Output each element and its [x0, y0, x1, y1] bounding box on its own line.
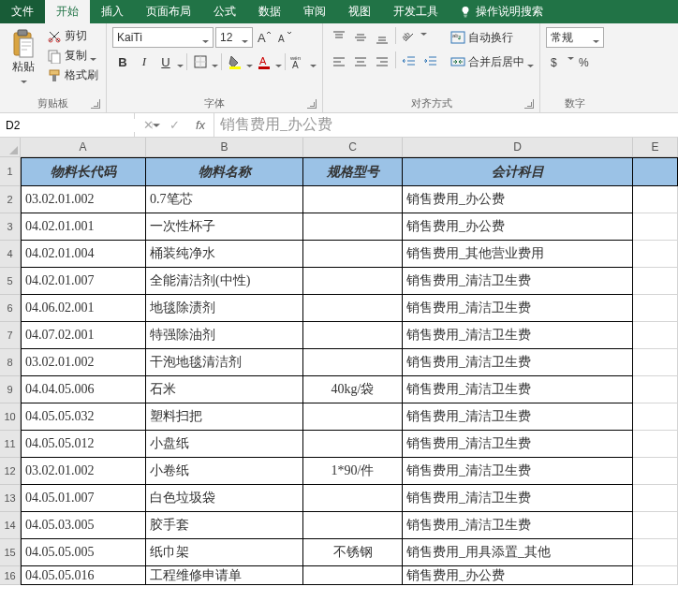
font-color-button[interactable]: A	[254, 51, 274, 72]
row-header-2[interactable]: 2	[0, 186, 21, 213]
row-header-7[interactable]: 7	[0, 322, 21, 349]
row-header-11[interactable]: 11	[0, 431, 21, 458]
decrease-indent-button[interactable]	[399, 51, 420, 72]
cell[interactable]: 全能清洁剂(中性)	[146, 268, 303, 295]
borders-button[interactable]	[190, 51, 211, 72]
cut-button[interactable]: 剪切	[45, 27, 100, 45]
font-dialog-launcher[interactable]	[307, 99, 317, 109]
header-cell[interactable]: 物料名称	[146, 157, 303, 186]
cell[interactable]: 纸巾架	[146, 539, 303, 566]
row-header-10[interactable]: 10	[0, 403, 21, 431]
tab-home[interactable]: 开始	[45, 0, 90, 23]
header-cell[interactable]: 会计科目	[403, 157, 633, 186]
row-header-15[interactable]: 15	[0, 539, 21, 566]
cell[interactable]	[303, 349, 403, 376]
row-header-6[interactable]: 6	[0, 295, 21, 322]
cell[interactable]	[303, 322, 403, 349]
font-color-dropdown[interactable]	[275, 59, 282, 66]
cell[interactable]: 小卷纸	[146, 458, 303, 485]
cell[interactable]: 04.05.05.005	[21, 539, 146, 566]
align-bottom-button[interactable]	[372, 27, 392, 48]
cell[interactable]	[303, 268, 403, 295]
cell[interactable]: 销售费用_清洁卫生费	[403, 431, 633, 458]
cell[interactable]: 1*90/件	[303, 458, 403, 485]
cell[interactable]	[633, 295, 678, 322]
cell[interactable]	[633, 322, 678, 349]
copy-button[interactable]: 复制	[45, 47, 100, 65]
tab-insert[interactable]: 插入	[90, 0, 135, 23]
orientation-button[interactable]: ab	[399, 27, 420, 48]
align-middle-button[interactable]	[350, 27, 371, 48]
borders-dropdown[interactable]	[212, 59, 218, 66]
cell[interactable]: 销售费用_清洁卫生费	[403, 268, 633, 295]
underline-dropdown[interactable]	[177, 59, 184, 66]
cell[interactable]	[303, 512, 403, 539]
cell[interactable]	[633, 539, 678, 566]
cell[interactable]: 干泡地毯清洁剂	[146, 349, 303, 376]
tab-view[interactable]: 视图	[337, 0, 382, 23]
cell[interactable]	[633, 268, 678, 295]
increase-font-button[interactable]: A	[255, 27, 273, 48]
cell[interactable]	[633, 241, 678, 268]
formula-input[interactable]	[214, 113, 678, 137]
cell[interactable]: 销售费用_清洁卫生费	[403, 512, 633, 539]
row-header-16[interactable]: 16	[0, 566, 21, 585]
cell[interactable]: 销售费用_清洁卫生费	[403, 458, 633, 485]
cell[interactable]: 特强除油剂	[146, 322, 303, 349]
cell[interactable]: 销售费用_办公费	[403, 213, 633, 241]
row-header-3[interactable]: 3	[0, 213, 21, 241]
row-header-5[interactable]: 5	[0, 268, 21, 295]
alignment-dialog-launcher[interactable]	[524, 99, 534, 109]
row-header-1[interactable]: 1	[0, 157, 21, 186]
cell[interactable]: 销售费用_用具添置_其他	[403, 539, 633, 566]
cell[interactable]: 0.7笔芯	[146, 186, 303, 213]
cell[interactable]: 销售费用_办公费	[403, 566, 633, 585]
cell[interactable]: 04.02.01.001	[21, 213, 146, 241]
paste-button[interactable]: 粘贴	[6, 27, 41, 95]
cell[interactable]	[633, 485, 678, 512]
align-left-button[interactable]	[329, 51, 349, 72]
cell[interactable]: 04.05.05.016	[21, 566, 146, 585]
font-name-combo[interactable]: KaiTi	[112, 27, 214, 48]
orientation-dropdown[interactable]	[420, 27, 427, 34]
cell[interactable]	[303, 566, 403, 585]
tab-data[interactable]: 数据	[247, 0, 292, 23]
bold-button[interactable]: B	[112, 51, 133, 72]
header-cell[interactable]: 物料长代码	[21, 157, 146, 186]
cell[interactable]: 04.02.01.007	[21, 268, 146, 295]
cell[interactable]: 04.05.03.005	[21, 512, 146, 539]
wrap-text-button[interactable]: ab 自动换行	[450, 27, 534, 48]
cell[interactable]: 03.02.01.002	[21, 458, 146, 485]
cell[interactable]: 04.02.01.004	[21, 241, 146, 268]
cell[interactable]	[303, 485, 403, 512]
fill-color-dropdown[interactable]	[246, 59, 253, 66]
cell[interactable]: 04.05.05.032	[21, 403, 146, 431]
tab-page-layout[interactable]: 页面布局	[135, 0, 202, 23]
column-header-D[interactable]: D	[403, 138, 633, 157]
cell[interactable]: 桶装纯净水	[146, 241, 303, 268]
cell[interactable]: 04.07.02.001	[21, 322, 146, 349]
accounting-dropdown[interactable]	[567, 51, 574, 58]
cell[interactable]: 小盘纸	[146, 431, 303, 458]
cell[interactable]	[633, 512, 678, 539]
align-center-button[interactable]	[350, 51, 371, 72]
cell[interactable]	[633, 213, 678, 241]
fill-color-button[interactable]	[225, 51, 245, 72]
tab-file[interactable]: 文件	[0, 0, 45, 23]
name-box-input[interactable]	[0, 119, 152, 132]
cell[interactable]	[633, 431, 678, 458]
cell[interactable]: 销售费用_清洁卫生费	[403, 295, 633, 322]
cell[interactable]	[633, 566, 678, 585]
tab-review[interactable]: 审阅	[292, 0, 337, 23]
enter-formula-button[interactable]: ✓	[161, 118, 187, 132]
cell[interactable]: 一次性杯子	[146, 213, 303, 241]
column-header-B[interactable]: B	[146, 138, 303, 157]
percent-button[interactable]: %	[575, 51, 596, 72]
cell[interactable]: 工程维修申请单	[146, 566, 303, 585]
cancel-formula-button[interactable]: ✕	[135, 118, 161, 132]
cell[interactable]: 白色垃圾袋	[146, 485, 303, 512]
cell[interactable]: 04.04.05.006	[21, 376, 146, 403]
underline-button[interactable]: U	[155, 51, 176, 72]
cell[interactable]: 销售费用_办公费	[403, 186, 633, 213]
header-cell[interactable]: 规格型号	[303, 157, 403, 186]
